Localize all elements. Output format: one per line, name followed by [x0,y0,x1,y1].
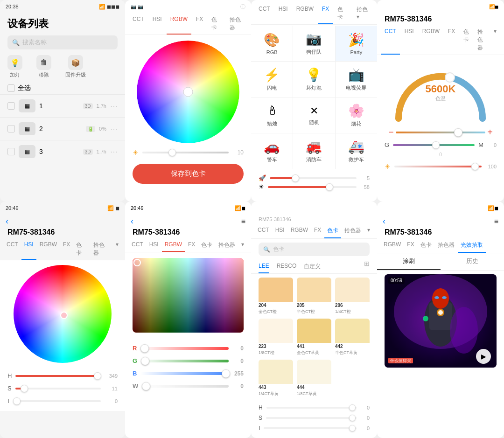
tab-color-p6[interactable]: 色卡 [198,238,215,252]
gm-track[interactable] [393,144,475,146]
minus-btn[interactable]: − [388,127,394,138]
tab-cct-p5[interactable]: CCT [4,238,21,260]
color-card-204[interactable]: 204 全色CT橙 [259,278,293,315]
tab-pick-p2[interactable]: 拾色器 [226,13,247,35]
i-track[interactable] [13,400,101,402]
tab-hsi-p3[interactable]: HSI [275,3,292,24]
tab-rgbw-p4[interactable]: RGBW [419,25,443,55]
tab-fx-p4[interactable]: FX [444,25,459,55]
action-tab-history[interactable]: 历史 [441,253,504,270]
hsi-wheel-svg[interactable] [14,265,112,363]
fx-bad-bulb[interactable]: 💡 坏灯泡 [293,62,335,97]
fx-police[interactable]: 🚗 警车 [251,133,293,169]
color-card-223[interactable]: 223 1/8CT橙 [259,319,293,356]
device-item-1[interactable]: ▦ 1 3D 1.7h ⋯ [0,94,125,117]
tab-hsi-p6[interactable]: HSI [147,238,161,252]
fx-speed-track[interactable] [270,177,357,179]
device-item-2[interactable]: ▦ 2 🔋 0% ⋯ [0,117,125,140]
device-2-more-icon[interactable]: ⋯ [110,125,118,133]
play-button[interactable]: ▶ [476,349,491,364]
s-track[interactable] [15,388,101,389]
fx-paparazzi[interactable]: 📷 狗仔队 [293,26,335,61]
w-track[interactable] [142,385,229,388]
tab-more-p7[interactable]: ▾ [364,224,373,238]
tab-hsi-p2[interactable]: HSI [149,13,166,35]
remove-device-btn[interactable]: 🗑 移除 [36,55,51,78]
tab-more-p3[interactable]: 拾色▾ [353,3,373,24]
tab-fx-p3[interactable]: FX [318,3,333,24]
menu-icon-p6[interactable]: ≡ [241,217,245,226]
tab-hsi-p4[interactable]: HSI [401,25,418,55]
tab-rgbw-p2[interactable]: RGBW [167,13,191,35]
r-track[interactable] [140,347,229,350]
color-wheel-svg[interactable] [137,41,239,143]
photo-area[interactable]: 00:59 ▶ 什么值得买 [385,274,497,368]
color-card-205[interactable]: 205 半色CT橙 [297,278,331,315]
i2-track[interactable] [264,427,357,429]
fx-candle[interactable]: 🕯 蜡烛 [251,97,293,133]
tab-fx-p2[interactable]: FX [192,13,207,35]
color-card-443[interactable]: 443 1/4CT草黄 [259,360,293,397]
fx-rgb[interactable]: 🎨 RGB [251,26,293,61]
color-wheel-area[interactable] [125,35,251,146]
color-rect-svg[interactable] [133,258,244,333]
fx-party[interactable]: 🎉 Party [336,26,377,61]
fx-fire-truck[interactable]: 🚒 消防车 [293,133,335,169]
add-device-btn[interactable]: 💡 加灯 [7,55,22,78]
device-3-more-icon[interactable]: ⋯ [110,147,118,156]
color-card-206[interactable]: 206 1/4CT橙 [335,278,370,315]
tab-hsi-p7[interactable]: HSI [273,224,287,238]
back-icon-p5[interactable]: ‹ [6,216,8,226]
device-item-3[interactable]: ▦ 3 3D 1.7h ⋯ [0,140,125,163]
tab-pick-p4[interactable]: 拾色器 [474,25,489,55]
device-2-checkbox[interactable] [7,125,15,132]
tab-color-p7[interactable]: 色卡 [324,224,341,238]
search-bar[interactable]: 🔍 搜索名称 [7,35,118,49]
select-all-row[interactable]: 全选 [0,82,125,94]
tab-rgbw-p6[interactable]: RGBW [162,238,185,252]
save-icon-p7[interactable]: ⊞ [364,260,370,273]
fx-tv[interactable]: 📺 电视荧屏 [336,62,377,97]
fx-brightness-track[interactable] [268,186,357,188]
action-tab-paint[interactable]: 涂刷 [377,253,441,270]
device-3-checkbox[interactable] [7,148,15,155]
tab-rgbw-p5[interactable]: RGBW [37,238,60,260]
tab-pick-p6[interactable]: 拾色器 [216,238,238,252]
fx-ambulance[interactable]: 🚑 救护车 [336,133,377,169]
tab-rgbw-p3[interactable]: RGBW [293,3,317,24]
tab-color-p2[interactable]: 色卡 [208,13,224,35]
tab-fx-p8[interactable]: FX [404,238,417,253]
cct-gauge-area[interactable]: 5600K 色温 [377,55,504,127]
fx-lightning[interactable]: ⚡ 闪电 [251,62,293,97]
tab-color-p3[interactable]: 色卡 [334,3,352,24]
tab-cct-p6[interactable]: CCT [129,238,146,252]
tab-more-p4[interactable]: ▾ [490,25,500,55]
search-bar-p7[interactable]: 🔍 色卡 [259,243,370,256]
tab-picker-p8[interactable]: 拾色器 [435,238,457,253]
tab-color-p4[interactable]: 色卡 [460,25,473,55]
tab-cct-p2[interactable]: CCT [129,13,148,35]
tab-pick-p7[interactable]: 拾色器 [342,224,364,238]
tab-pick-p5[interactable]: 拾色器 [91,238,112,260]
brightness-slider-p2[interactable] [142,152,229,153]
save-to-card-btn[interactable]: 保存到色卡 [133,164,244,184]
tab-color-p5[interactable]: 色卡 [73,238,90,260]
sub-tab-lee[interactable]: LEE [259,260,269,273]
color-card-444[interactable]: 444 1/8CT草黄 [297,360,331,397]
tab-fx-p5[interactable]: FX [60,238,73,260]
menu-icon-p8[interactable]: ≡ [494,217,498,226]
hsi-wheel-area[interactable] [0,260,125,366]
brightness-track-p4[interactable] [394,166,482,167]
h2-track[interactable] [266,407,357,409]
tab-cct-p4[interactable]: CCT [381,25,400,55]
tab-light-pick-p8[interactable]: 光效拾取 [458,238,486,253]
color-card-442[interactable]: 442 半色CT草黄 [335,319,370,356]
tab-color-p8[interactable]: 色卡 [418,238,434,253]
tab-hsi-p5[interactable]: HSI [21,238,36,260]
back-icon-p6[interactable]: ‹ [131,216,133,226]
tab-fx-p7[interactable]: FX [311,224,324,238]
tab-cct-p7[interactable]: CCT [255,224,272,238]
sub-tab-resco[interactable]: RESCO [277,260,297,273]
color-rect-area[interactable] [125,252,251,338]
tab-cct-p3[interactable]: CCT [255,3,274,24]
